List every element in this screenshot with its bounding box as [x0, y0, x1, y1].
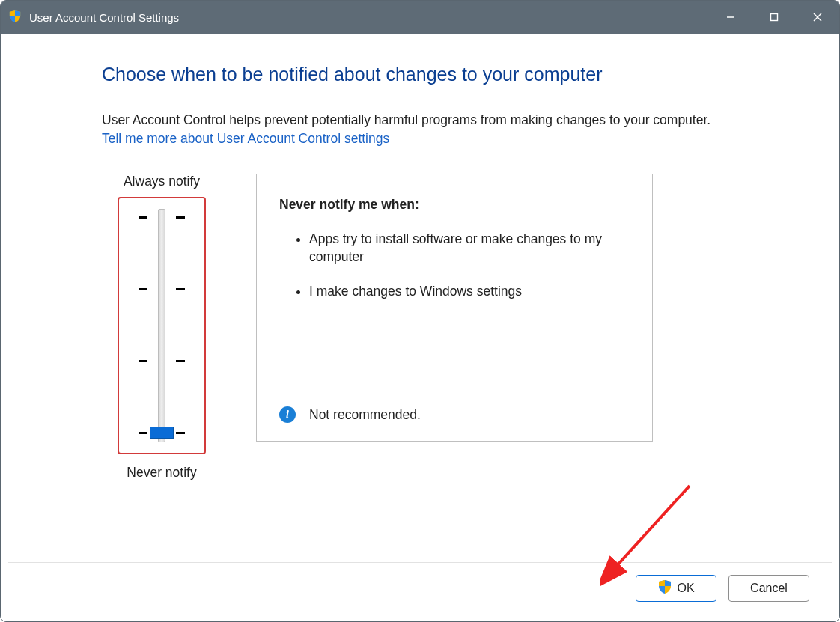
shield-icon [657, 579, 672, 597]
tick-mark [139, 288, 147, 290]
svg-line-4 [615, 486, 690, 568]
uac-settings-window: User Account Control Settings Choose whe… [0, 0, 840, 622]
divider [8, 562, 832, 563]
slider-highlight [118, 197, 206, 454]
annotation-arrow [600, 478, 712, 591]
status-row: i Not recommended. [279, 406, 421, 423]
tick-mark [176, 432, 185, 434]
button-row: OK Cancel [636, 575, 809, 602]
status-text: Not recommended. [309, 407, 421, 423]
titlebar[interactable]: User Account Control Settings [1, 1, 839, 34]
slider-column: Always notify Never notify [102, 174, 222, 481]
bullet-item: Apps try to install software or make cha… [309, 231, 624, 266]
tick-mark [176, 288, 185, 290]
description-title: Never notify me when: [279, 197, 630, 213]
cancel-button-label: Cancel [750, 582, 788, 595]
tick-mark [176, 360, 185, 362]
tick-mark [139, 216, 147, 219]
description-panel: Never notify me when: Apps try to instal… [256, 174, 653, 442]
maximize-button[interactable] [752, 1, 796, 34]
ok-button[interactable]: OK [636, 575, 716, 602]
svg-rect-1 [771, 14, 778, 21]
info-icon: i [279, 406, 296, 423]
help-link[interactable]: Tell me more about User Account Control … [102, 131, 389, 147]
tick-mark [176, 216, 185, 219]
page-heading: Choose when to be notified about changes… [102, 64, 794, 85]
slider-thumb[interactable] [150, 427, 174, 439]
window-controls [709, 1, 839, 34]
description-bullets: Apps try to install software or make cha… [279, 231, 630, 300]
tick-mark [139, 360, 147, 362]
slider-track[interactable] [158, 209, 165, 442]
slider-bottom-label: Never notify [102, 465, 222, 481]
close-button[interactable] [796, 1, 839, 34]
content-area: Choose when to be notified about changes… [1, 34, 839, 481]
intro-text: User Account Control helps prevent poten… [102, 111, 794, 129]
minimize-button[interactable] [709, 1, 752, 34]
bullet-item: I make changes to Windows settings [309, 283, 624, 301]
cancel-button[interactable]: Cancel [728, 575, 809, 602]
shield-icon [8, 10, 22, 25]
tick-mark [139, 432, 147, 434]
slider-top-label: Always notify [102, 174, 222, 189]
window-title: User Account Control Settings [29, 11, 179, 24]
ok-button-label: OK [677, 582, 694, 595]
